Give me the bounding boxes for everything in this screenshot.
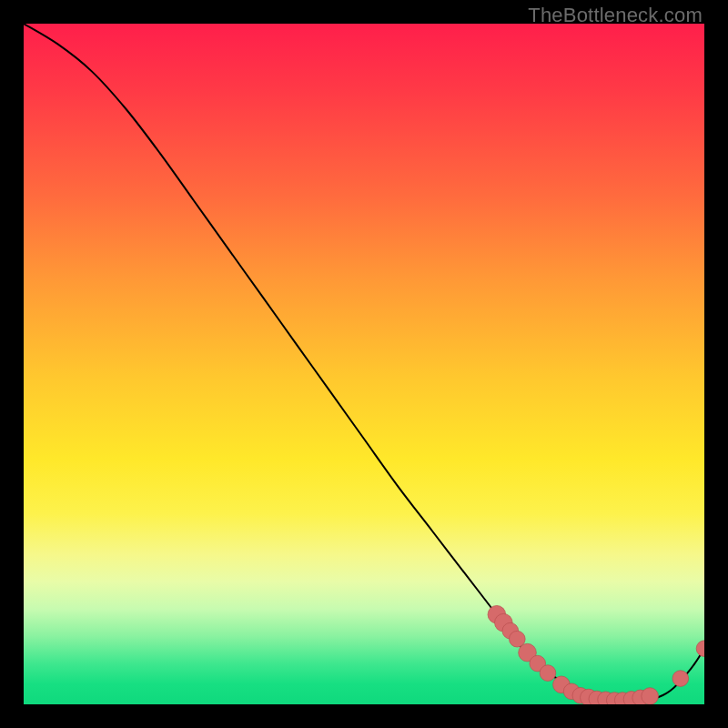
data-marker xyxy=(540,665,556,682)
data-marker xyxy=(672,671,689,687)
plot-area xyxy=(24,24,704,704)
data-marker xyxy=(696,641,704,657)
curve-line xyxy=(24,24,704,701)
chart-svg xyxy=(24,24,704,704)
data-marker xyxy=(642,688,659,704)
attribution-text: TheBottleneck.com xyxy=(528,4,703,27)
chart-stage: TheBottleneck.com xyxy=(0,0,728,728)
